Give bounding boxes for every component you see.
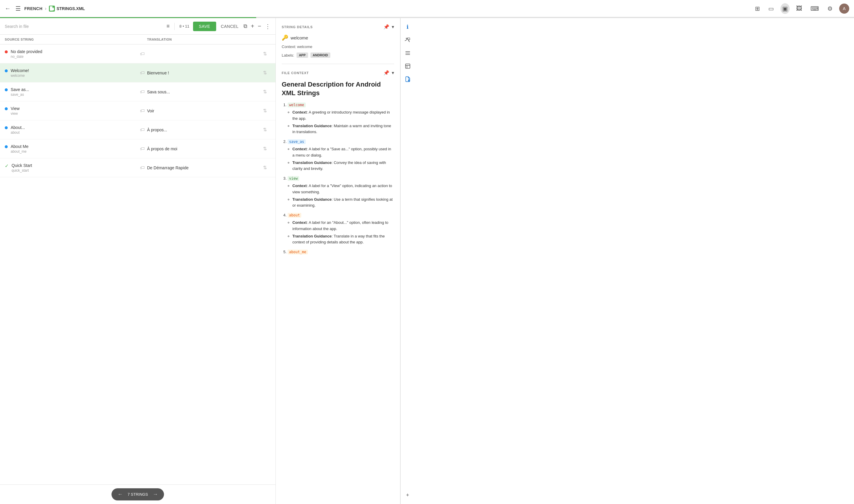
layout-icon-1[interactable]: ⊞ [753, 3, 762, 14]
translation-text: Sava sous... [147, 90, 170, 94]
layout-icon-3[interactable]: ▣ [781, 3, 790, 14]
tag-icon[interactable]: 🏷 [140, 127, 145, 132]
sort-icon[interactable]: ⇅ [263, 89, 267, 94]
code-tag-welcome: welcome [288, 103, 306, 107]
list-sidebar-icon[interactable] [403, 48, 413, 58]
table-row[interactable]: About... about 🏷 À propos... ⇅ [0, 120, 275, 139]
file-icon [49, 6, 55, 12]
table-header: SOURCE STRING TRANSLATION [0, 35, 275, 44]
translate-sidebar-icon[interactable] [403, 35, 413, 46]
status-dot-blue [5, 126, 8, 129]
search-input[interactable] [5, 24, 163, 29]
prev-arrow[interactable]: ← [118, 491, 123, 498]
translation-text: De Démarrage Rapide [147, 165, 189, 170]
right-panel: STRING DETAILS 📌 ▾ 🔑 welcome Context: we… [276, 18, 854, 504]
sort-icon[interactable]: ⇅ [263, 127, 267, 132]
list-item: about Context: A label for an "About..."… [288, 212, 394, 246]
source-cell: View view 🏷 [5, 106, 147, 115]
filter-icon[interactable]: ≡ [167, 23, 170, 29]
list-item: welcome Context: A greeting or introduct… [288, 102, 394, 135]
next-arrow[interactable]: → [153, 491, 158, 498]
label-badge-android: ANDROID [310, 53, 330, 58]
pin-icon[interactable]: 📌 [384, 24, 389, 30]
source-key: save_as [11, 92, 29, 97]
list-item: Translation Guidance: Use a term that si… [292, 197, 394, 209]
sort-icon[interactable]: ⇅ [263, 51, 267, 57]
more-icon[interactable]: ⋮ [265, 23, 271, 30]
translation-cell: À propos de moi [147, 146, 259, 151]
source-label: View [11, 106, 20, 111]
tag-icon[interactable]: 🏷 [140, 89, 145, 94]
string-details-title: STRING DETAILS [282, 25, 313, 29]
breadcrumb-project[interactable]: FRENCH [24, 6, 42, 11]
table-row[interactable]: Welcome! welcome 🏷 Bienvenue ! ⇅ [0, 64, 275, 83]
top-bar: ← ☰ FRENCH › STRINGS.XML ⊞ ▭ ▣ 🖼 ⌨ ⚙ A [0, 0, 854, 17]
source-cell: About... about 🏷 [5, 125, 147, 134]
code-tag-about-me: about_me [288, 250, 308, 254]
source-label: About Me [11, 144, 29, 149]
avatar[interactable]: A [839, 3, 849, 14]
image-icon[interactable]: 🖼 [795, 3, 804, 14]
tag-icon[interactable]: 🏷 [140, 51, 145, 57]
svg-point-11 [409, 80, 409, 80]
bottom-bar: ← 7 STRINGS → [0, 484, 275, 504]
unpin-icon[interactable]: 📌 [384, 70, 389, 76]
key-icon: 🔑 [282, 34, 288, 41]
status-dot-blue [5, 107, 8, 110]
keyboard-icon[interactable]: ⌨ [808, 3, 821, 14]
minus-icon[interactable]: − [258, 23, 261, 30]
translation-cell: À propos... [147, 127, 259, 132]
table-row[interactable]: No date provided no_date 🏷 ⇅ [0, 44, 275, 64]
menu-icon[interactable]: ☰ [15, 5, 21, 12]
tag-icon[interactable]: 🏷 [140, 165, 145, 170]
table-row[interactable]: Save as... save_as 🏷 Sava sous... ⇅ [0, 83, 275, 102]
add-sidebar-icon[interactable]: + [403, 490, 413, 501]
history-sidebar-icon[interactable] [403, 61, 413, 71]
save-button[interactable]: SAVE [193, 22, 216, 31]
list-item: about_me [288, 249, 394, 255]
sort-icon[interactable]: ⇅ [263, 70, 267, 76]
breadcrumb-file[interactable]: STRINGS.XML [49, 6, 85, 12]
translation-text: Voir [147, 108, 154, 113]
source-cell: About Me about_me 🏷 [5, 144, 147, 154]
source-key: no_date [11, 55, 42, 59]
source-label: About... [11, 125, 25, 130]
string-counter: 8 • 11 [179, 24, 189, 29]
context-row: Context: welcome [282, 44, 394, 49]
table-row[interactable]: ✓ Quick Start quick_start 🏷 De Démarrage… [0, 158, 275, 177]
cancel-button[interactable]: CANCEL [220, 22, 240, 31]
source-label: Quick Start [12, 163, 32, 168]
source-key: quick_start [12, 168, 32, 173]
status-check: ✓ [5, 163, 8, 169]
sort-icon[interactable]: ⇅ [263, 108, 267, 113]
table-row[interactable]: About Me about_me 🏷 À propos de moi ⇅ [0, 139, 275, 158]
add-icon[interactable]: + [251, 23, 254, 30]
source-label: Save as... [11, 87, 29, 92]
chevron-down-icon[interactable]: ▾ [392, 24, 394, 30]
source-key: welcome [11, 73, 29, 78]
table-row[interactable]: View view 🏷 Voir ⇅ [0, 102, 275, 120]
file-sidebar-icon[interactable] [403, 74, 413, 85]
top-bar-left: ← ☰ FRENCH › STRINGS.XML [5, 5, 85, 12]
copy-icon[interactable]: ⧉ [244, 23, 247, 29]
layout-icon-2[interactable]: ▭ [766, 3, 776, 14]
tag-icon[interactable]: 🏷 [140, 146, 145, 151]
source-key: view [11, 111, 20, 115]
tag-icon[interactable]: 🏷 [140, 70, 145, 76]
info-sidebar-icon[interactable]: ℹ [403, 22, 413, 32]
back-icon[interactable]: ← [5, 5, 11, 12]
labels-row: Labels: APP ANDROID [282, 53, 394, 58]
left-panel: ≡ 8 • 11 SAVE CANCEL ⧉ + − ⋮ SOURCE STRI… [0, 18, 276, 504]
file-context-header: FILE CONTEXT 📌 ▾ [282, 70, 394, 76]
status-dot-blue [5, 69, 8, 72]
sort-icon[interactable]: ⇅ [263, 165, 267, 170]
source-cell: No date provided no_date 🏷 [5, 49, 147, 59]
file-context-chevron-icon[interactable]: ▾ [392, 70, 394, 76]
sort-icon[interactable]: ⇅ [263, 146, 267, 151]
string-details-header: STRING DETAILS 📌 ▾ [282, 24, 394, 30]
settings-icon[interactable]: ⚙ [825, 3, 834, 14]
translation-cell: Voir [147, 108, 259, 113]
tag-icon[interactable]: 🏷 [140, 108, 145, 113]
svg-rect-6 [405, 64, 410, 69]
labels-label: Labels: [282, 53, 294, 57]
